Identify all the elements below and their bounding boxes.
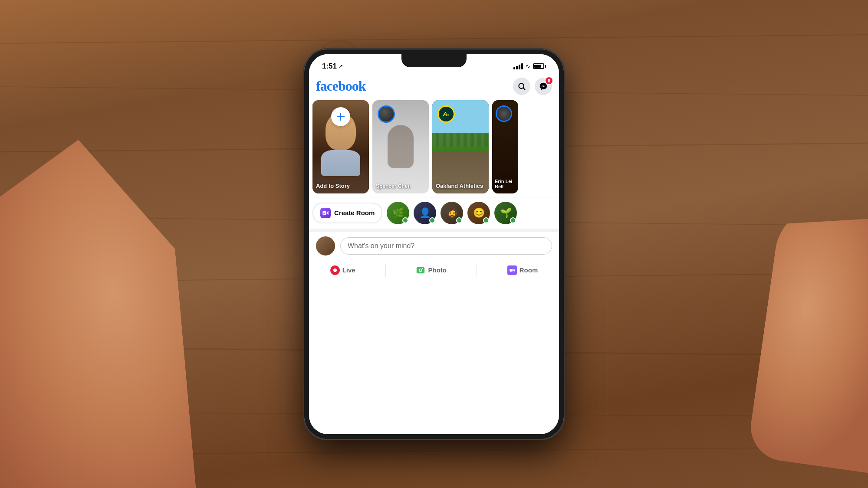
plus-icon	[335, 111, 346, 122]
photo-icon	[416, 265, 425, 275]
header-actions: 6	[513, 78, 552, 95]
room-row: Create Room 🌿 👤 🧔	[309, 197, 559, 229]
spencer-avatar	[378, 105, 395, 123]
online-indicator	[510, 217, 516, 223]
erin-label: Erin Lei Bell	[495, 179, 516, 189]
messenger-badge: 6	[545, 76, 553, 85]
online-avatar-5[interactable]: 🌱	[494, 202, 517, 224]
add-to-story-card[interactable]: Add to Story	[312, 100, 369, 193]
room-label: Room	[519, 266, 538, 274]
online-avatar-2[interactable]: 👤	[414, 202, 436, 224]
svg-line-0	[0, 35, 868, 43]
story-add-button[interactable]	[331, 107, 350, 126]
divider	[477, 264, 477, 277]
online-avatar-3[interactable]: 🧔	[441, 202, 463, 224]
oakland-athletics-label: Oakland Athletics	[436, 183, 485, 189]
phone-screen: 1:51 ↗ ∿	[309, 54, 559, 434]
svg-rect-19	[510, 269, 513, 272]
composer-avatar	[316, 236, 335, 255]
online-indicator	[483, 217, 489, 223]
spencer-chen-card[interactable]: Spencer Chen	[372, 100, 429, 193]
live-label: Live	[342, 266, 355, 274]
create-room-label: Create Room	[334, 209, 375, 216]
online-avatar-4[interactable]: 😊	[467, 202, 490, 224]
stories-section: Add to Story Spencer Chen	[309, 98, 559, 197]
facebook-logo: facebook	[316, 78, 366, 94]
online-indicator	[456, 217, 462, 223]
svg-point-18	[422, 268, 424, 269]
status-time: 1:51	[322, 62, 337, 71]
svg-point-17	[420, 269, 422, 271]
video-plus-icon	[322, 210, 329, 216]
photo-label: Photo	[428, 266, 447, 274]
create-room-icon	[320, 208, 331, 218]
live-icon	[330, 265, 340, 275]
create-room-button[interactable]: Create Room	[312, 203, 382, 223]
signal-bars-icon	[513, 63, 523, 69]
phone-notch	[401, 54, 467, 67]
fb-header: facebook 6	[309, 73, 559, 98]
post-composer: What's on your mind?	[309, 229, 559, 260]
divider	[385, 264, 386, 277]
messenger-button[interactable]: 6	[535, 78, 552, 95]
athletics-avatar: A s	[437, 105, 455, 123]
location-icon: ↗	[339, 63, 343, 69]
add-to-story-label: Add to Story	[316, 183, 365, 189]
status-icons: ∿	[513, 63, 546, 69]
battery-icon	[533, 63, 546, 69]
erin-lei-bell-card[interactable]: Erin Lei Bell	[492, 100, 518, 193]
room-button[interactable]: Room	[502, 262, 543, 278]
spencer-chen-label: Spencer Chen	[376, 183, 425, 189]
svg-line-11	[523, 88, 525, 89]
post-actions: Live Photo	[309, 260, 559, 283]
post-composer-input[interactable]: What's on your mind?	[340, 237, 552, 255]
online-avatar-1[interactable]: 🌿	[387, 202, 409, 224]
room-icon	[507, 265, 517, 275]
photo-button[interactable]: Photo	[411, 262, 452, 278]
phone-frame: 1:51 ↗ ∿	[304, 49, 564, 439]
app-content: 1:51 ↗ ∿	[309, 54, 559, 434]
live-button[interactable]: Live	[325, 262, 361, 278]
online-indicator	[429, 217, 435, 223]
search-button[interactable]	[513, 78, 530, 95]
online-indicator	[402, 217, 408, 223]
wifi-icon: ∿	[526, 63, 530, 69]
search-icon	[517, 82, 526, 91]
oakland-athletics-card[interactable]: A s Oakland Athletics	[432, 100, 489, 193]
